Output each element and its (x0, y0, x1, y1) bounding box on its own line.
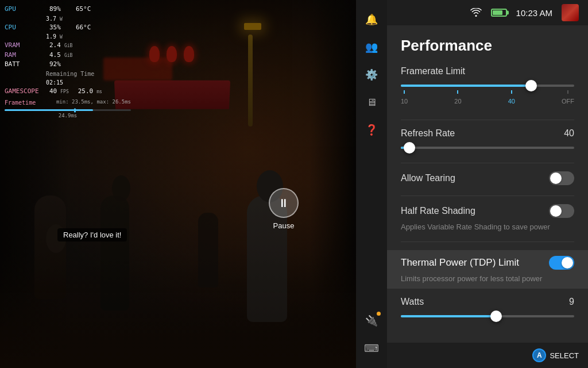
display-icon: 🖥 (366, 97, 377, 109)
cpu-label: CPU (5, 23, 46, 33)
framerate-limit-label: Framerate Limit (401, 66, 465, 76)
watts-slider[interactable] (401, 312, 574, 321)
gamescope-label: GAMESCOPE (5, 87, 46, 97)
vram-label: VRAM (5, 41, 46, 51)
battery-icon (491, 9, 507, 17)
pause-button[interactable]: ⏸ Pause (269, 188, 299, 230)
power-icon: 🔌 (365, 315, 378, 327)
watts-slider-track (401, 315, 574, 317)
framerate-slider-fill (401, 85, 531, 87)
remaining-label: Remaining Time (46, 70, 94, 78)
half-rate-shading-label: Half Rate Shading (401, 206, 475, 216)
sidebar-item-settings[interactable]: ⚙️ (359, 62, 384, 87)
notification-dot (377, 312, 381, 316)
select-label: SELECT (550, 351, 579, 360)
cpu-temp: 66°C (76, 23, 91, 33)
framerate-slider-track (401, 85, 574, 87)
sidebar-item-friends[interactable]: 👥 (359, 34, 384, 60)
frametime-section: Frametime min: 23.5ms, max: 26.5ms 24.9m… (5, 98, 131, 120)
gpu-watts: 3.7 (46, 14, 56, 23)
gamescope-ms: 25.0 (78, 87, 94, 97)
cpu-percent: 35% (49, 23, 61, 33)
half-rate-shading-row: Half Rate Shading Applies Variable Rate … (401, 204, 574, 231)
select-button[interactable]: A SELECT (532, 348, 579, 362)
framerate-slider-thumb (525, 80, 537, 91)
help-icon: ❓ (365, 124, 378, 136)
tick-20: 20 (454, 98, 461, 105)
refresh-rate-slider[interactable] (401, 143, 574, 152)
allow-tearing-row: Allow Tearing (401, 171, 574, 185)
top-bar: 10:23 AM (387, 0, 588, 25)
watts-label: Watts (401, 297, 424, 307)
notification-icon: 🔔 (365, 13, 378, 26)
pause-icon: ⏸ (269, 188, 299, 218)
allow-tearing-label: Allow Tearing (401, 173, 455, 183)
settings-icon: ⚙️ (365, 68, 378, 81)
frametime-avg: 24.9ms (5, 112, 131, 120)
gpu-label: GPU (5, 5, 46, 14)
sidebar-item-power[interactable]: 🔌 (359, 308, 384, 334)
performance-panel: Performance Framerate Limit 10 (387, 25, 588, 343)
vram-val: 2.4 (49, 41, 61, 51)
right-panel: 10:23 AM Performance Framerate Limit 10 (387, 0, 588, 368)
thermal-power-desc: Limits processor power for less total po… (401, 274, 574, 283)
wifi-icon (470, 8, 482, 17)
sidebar-item-notification[interactable]: 🔔 (359, 7, 384, 32)
ram-label: RAM (5, 51, 46, 60)
watts-row: Watts 9 (401, 297, 574, 321)
frametime-minmax: min: 23.5ms, max: 26.5ms (56, 98, 131, 108)
pause-label: Pause (273, 221, 295, 230)
refresh-rate-value: 40 (564, 128, 574, 139)
sidebar-item-help[interactable]: ❓ (359, 117, 384, 143)
ram-val: 4.5 (49, 51, 61, 60)
performance-hud: GPU 89% 65°C 3.7W CPU 35% 66°C 1.9W VRAM… (5, 5, 131, 120)
watts-value: 9 (569, 297, 574, 307)
tick-40: 40 (508, 98, 515, 105)
cpu-watts: 1.9 (46, 32, 56, 41)
game-area: GPU 89% 65°C 3.7W CPU 35% 66°C 1.9W VRAM… (0, 0, 356, 368)
panel-title: Performance (401, 37, 574, 55)
friends-icon: 👥 (365, 41, 378, 53)
batt-percent: 92% (49, 60, 61, 70)
a-button-icon: A (532, 348, 546, 362)
gpu-temp: 65°C (76, 5, 91, 14)
framerate-limit-row: Framerate Limit 10 20 (401, 66, 574, 109)
half-rate-shading-toggle[interactable] (549, 204, 574, 218)
gpu-percent: 89% (49, 5, 61, 14)
framerate-slider-ticks: 10 20 40 OFF (401, 90, 574, 106)
half-rate-shading-desc: Applies Variable Rate Shading to save po… (401, 223, 574, 231)
framerate-limit-slider[interactable]: 10 20 40 OFF (401, 81, 574, 109)
batt-label: BATT (5, 60, 46, 70)
thermal-power-row: Thermal Power (TDP) Limit Limits process… (387, 250, 588, 289)
bottom-bar: A SELECT (387, 343, 588, 368)
game-subtitle: Really? I'd love it! (57, 228, 127, 241)
refresh-rate-slider-track (401, 147, 574, 149)
remaining-val: 02:15 (46, 78, 63, 87)
tick-10: 10 (401, 98, 408, 105)
refresh-rate-row: Refresh Rate 40 (401, 128, 574, 152)
sidebar: 🔔 👥 ⚙️ 🖥 ❓ 🔌 ⌨ (356, 0, 387, 368)
allow-tearing-toggle[interactable] (549, 171, 574, 185)
user-avatar (562, 4, 579, 21)
battery-indicator (491, 9, 507, 17)
gamescope-fps: 40 (49, 87, 57, 97)
frametime-label: Frametime (5, 98, 36, 107)
keyboard-icon: ⌨ (364, 342, 379, 355)
refresh-rate-label: Refresh Rate (401, 128, 455, 139)
sidebar-item-display[interactable]: 🖥 (359, 90, 384, 115)
clock-display: 10:23 AM (516, 8, 552, 18)
tick-off: OFF (562, 98, 574, 105)
thermal-power-label: Thermal Power (TDP) Limit (401, 257, 519, 269)
sidebar-item-keyboard[interactable]: ⌨ (359, 336, 384, 361)
thermal-power-toggle[interactable] (549, 256, 574, 270)
